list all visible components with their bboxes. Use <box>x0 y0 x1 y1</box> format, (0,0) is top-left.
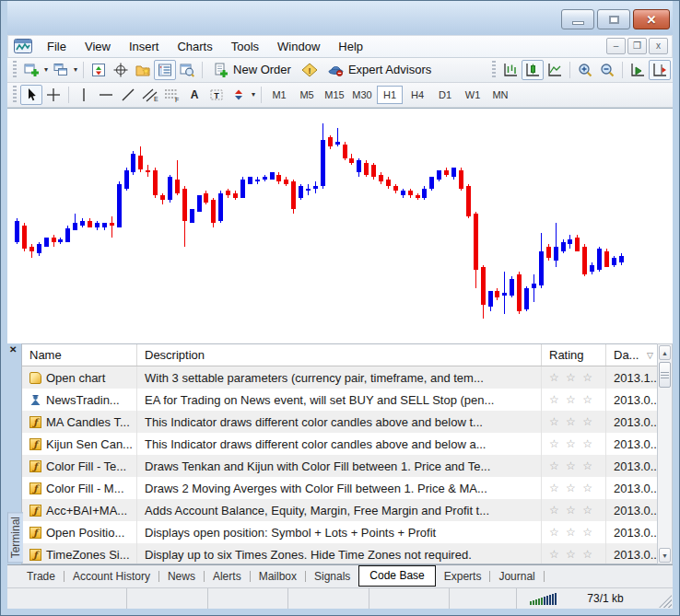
column-header-date[interactable]: Da... ▽ <box>606 344 657 366</box>
terminal-button[interactable] <box>154 60 176 80</box>
navigator-button[interactable] <box>132 60 154 80</box>
horizontal-line-tool-button[interactable] <box>95 85 117 105</box>
strategy-tester-button[interactable] <box>176 60 198 80</box>
metaeditor-button[interactable]: ! <box>299 60 321 80</box>
scrollbar-track[interactable] <box>658 389 672 547</box>
candle-body <box>95 223 100 227</box>
chart-canvas[interactable] <box>7 108 673 344</box>
toolbar-drag-handle[interactable] <box>13 86 17 104</box>
mdi-close-button[interactable]: x <box>649 38 668 54</box>
connection-signal-icon[interactable] <box>530 593 557 605</box>
menu-charts[interactable]: Charts <box>168 37 221 56</box>
candle-body <box>138 156 143 169</box>
tab-mailbox[interactable]: Mailbox <box>251 570 305 583</box>
timeframe-w1-button[interactable]: W1 <box>460 86 486 104</box>
new-chart-dropdown-icon[interactable]: ▾ <box>44 65 48 74</box>
chart-shift-button[interactable] <box>649 60 671 80</box>
timeframe-m15-button[interactable]: M15 <box>322 86 347 104</box>
scrollbar-thumb[interactable] <box>659 362 671 388</box>
table-row[interactable]: ƒColor Fill - M...Draws 2 Moving Averges… <box>22 477 657 499</box>
resize-grip[interactable] <box>659 595 672 608</box>
table-row[interactable]: ƒMA Candles T...This Indicator draws dif… <box>22 411 657 433</box>
timeframe-h4-button[interactable]: H4 <box>404 86 430 104</box>
column-header-description[interactable]: Description <box>137 344 542 366</box>
text-tool-button[interactable]: A <box>183 85 205 105</box>
toolbar-drag-handle[interactable] <box>13 61 17 79</box>
candlestick-chart-icon <box>525 63 540 77</box>
table-row[interactable]: ƒOpen Positio...Displays open position: … <box>22 521 657 543</box>
profiles-dropdown-icon[interactable]: ▾ <box>74 65 77 74</box>
table-row[interactable]: ƒAcc+BAI+MA...Adds Account Balance, Equi… <box>22 499 657 521</box>
tab-account-history[interactable]: Account History <box>64 570 158 583</box>
scroll-up-button[interactable]: ▲ <box>659 345 671 360</box>
timeframe-mn-button[interactable]: MN <box>487 86 513 104</box>
new-chart-button[interactable] <box>20 60 42 80</box>
table-row[interactable]: ƒColor Fill - Te...Draws Tenkan and Kiju… <box>22 455 657 477</box>
toolbar-drag-handle[interactable] <box>492 61 496 79</box>
tab-trade[interactable]: Trade <box>18 570 64 583</box>
tab-experts[interactable]: Experts <box>436 570 490 583</box>
window-close-button[interactable]: ✕ <box>633 9 670 29</box>
vertical-scrollbar[interactable]: ▲ ▼ <box>657 343 673 564</box>
terminal-side-tab[interactable]: Terminal <box>7 512 23 563</box>
table-row[interactable]: ƒKijun Sen Can...This Indicator draws di… <box>22 433 657 455</box>
panel-close-button[interactable]: ✕ <box>9 345 17 354</box>
cursor-tool-button[interactable] <box>20 85 42 105</box>
mdi-restore-button[interactable]: ❐ <box>627 38 647 54</box>
expert-advisors-button[interactable]: Expert Advisors <box>321 60 439 80</box>
bar-chart-button[interactable] <box>499 60 522 80</box>
tab-journal[interactable]: Journal <box>490 570 543 583</box>
zoom-out-button[interactable] <box>596 60 618 80</box>
crosshair-tool-button[interactable] <box>42 85 64 105</box>
arrows-dropdown-icon[interactable]: ▾ <box>252 90 255 99</box>
rating-stars-icon: ☆ ☆ ☆ <box>549 526 594 539</box>
tab-code-base[interactable]: Code Base <box>358 565 435 587</box>
line-chart-button[interactable] <box>544 60 566 80</box>
menu-file[interactable]: File <box>38 37 76 56</box>
table-row[interactable]: NewsTradin...EA for Trading on News even… <box>22 389 657 411</box>
auto-scroll-button[interactable] <box>627 60 649 80</box>
fibonacci-tool-button[interactable]: F <box>161 85 183 105</box>
menu-tools[interactable]: Tools <box>222 37 268 56</box>
timeframe-m5-button[interactable]: M5 <box>294 86 320 104</box>
candle-body <box>263 177 267 180</box>
window-minimize-button[interactable] <box>561 9 594 29</box>
tab-signals[interactable]: Signals <box>306 570 358 583</box>
window-maximize-button[interactable] <box>597 9 630 29</box>
column-header-name[interactable]: Name <box>22 344 137 366</box>
column-header-rating[interactable]: Rating <box>542 344 606 366</box>
chart-shift-icon <box>652 63 667 77</box>
timeframe-d1-button[interactable]: D1 <box>432 86 458 104</box>
table-row[interactable]: Open chartWith 3 settable parameters (cu… <box>22 366 657 389</box>
indicator-icon: ƒ <box>29 416 41 428</box>
table-row[interactable]: ƒTimeZones Si...Display up to six Times … <box>22 543 657 564</box>
timeframe-m1-button[interactable]: M1 <box>266 86 292 104</box>
mdi-minimize-button[interactable]: – <box>606 38 626 54</box>
bar-chart-icon <box>503 63 518 77</box>
timeframe-m30-button[interactable]: M30 <box>349 86 375 104</box>
timeframe-h1-button[interactable]: H1 <box>377 86 403 104</box>
row-description-cell: With 3 settable parameters (currency pai… <box>137 366 542 389</box>
arrows-tool-button[interactable] <box>228 85 250 105</box>
new-order-button[interactable]: New Order <box>206 60 299 80</box>
menu-window[interactable]: Window <box>268 37 329 56</box>
vertical-line-tool-button[interactable] <box>73 85 95 105</box>
scroll-down-button[interactable]: ▼ <box>659 548 671 563</box>
candlestick-chart-button[interactable] <box>522 60 544 80</box>
menu-view[interactable]: View <box>76 37 120 56</box>
arrows-icon <box>231 87 246 102</box>
candle-body <box>561 242 566 251</box>
text-label-tool-button[interactable]: T <box>205 85 228 105</box>
indicator-icon: ƒ <box>29 482 41 494</box>
trendline-tool-button[interactable] <box>117 85 139 105</box>
tab-news[interactable]: News <box>159 570 204 583</box>
market-watch-button[interactable] <box>88 60 110 80</box>
tab-alerts[interactable]: Alerts <box>205 570 250 583</box>
profiles-button[interactable] <box>50 60 72 80</box>
menu-insert[interactable]: Insert <box>120 37 169 56</box>
menu-help[interactable]: Help <box>329 37 372 56</box>
zoom-in-button[interactable] <box>574 60 596 80</box>
equidistant-channel-tool-button[interactable]: E <box>139 85 161 105</box>
data-window-button[interactable] <box>110 60 132 80</box>
candle-body <box>233 193 238 198</box>
